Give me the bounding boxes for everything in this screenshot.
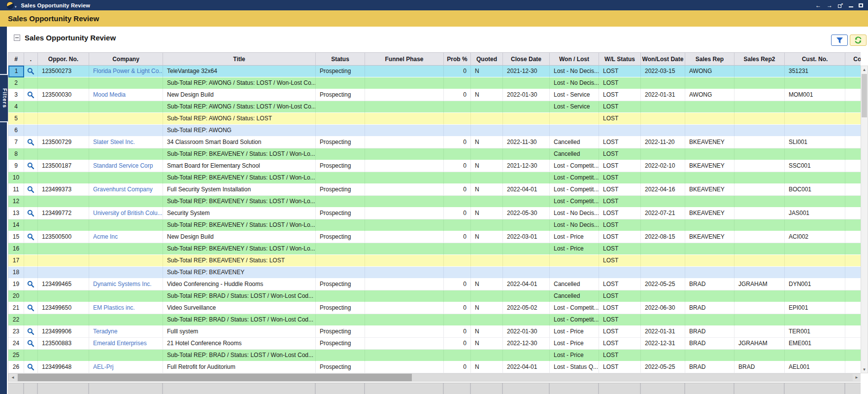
search-icon[interactable]: [27, 281, 34, 288]
subtotal-row[interactable]: 2Sub-Total REP: AWONG / Status: LOST / W…: [8, 77, 861, 89]
search-icon[interactable]: [27, 186, 34, 193]
horizontal-scrollbar[interactable]: ◄ ►: [8, 373, 861, 382]
table-row[interactable]: 1123500273Florida Power & Light Co...Tel…: [8, 66, 861, 77]
cell-company: [89, 267, 163, 279]
logo-menu-chevron-icon[interactable]: ▾: [15, 5, 17, 9]
subtotal-row[interactable]: 20Sub-Total REP: BRAD / Status: LOST / W…: [8, 290, 861, 302]
company-link[interactable]: Florida Power & Light Co...: [93, 68, 163, 74]
scroll-up-icon[interactable]: ▲: [861, 66, 868, 73]
search-icon[interactable]: [27, 139, 34, 146]
column-header-won-lost[interactable]: Won / Lost: [550, 52, 599, 66]
search-icon[interactable]: [27, 363, 34, 371]
column-header-sales-rep[interactable]: Sales Rep: [685, 52, 734, 66]
column-header-num[interactable]: #: [8, 52, 24, 66]
search-icon[interactable]: [27, 328, 34, 335]
company-link[interactable]: EM Plastics inc.: [93, 304, 135, 311]
subtotal-row[interactable]: 16Sub-Total REP: BKEAVENEY / Status: LOS…: [8, 243, 861, 255]
forward-icon[interactable]: →: [827, 2, 833, 8]
company-link[interactable]: Acme Inc: [93, 233, 118, 240]
cell-search: [24, 66, 38, 77]
maximize-icon[interactable]: [859, 3, 863, 7]
subtotal-row[interactable]: 12Sub-Total REP: BKEAVENEY / Status: LOS…: [8, 196, 861, 208]
table-row[interactable]: 13123499772University of British Colu...…: [8, 208, 861, 219]
table-row[interactable]: 24123500883Emerald Enterprises21 Hotel C…: [8, 338, 861, 350]
search-icon[interactable]: [27, 210, 34, 217]
subtotal-row[interactable]: 4Sub-Total REP: AWONG / Status: LOST / W…: [8, 101, 861, 113]
company-link[interactable]: Slater Steel Inc.: [93, 139, 135, 145]
table-row[interactable]: 19123499465Dynamic Systems Inc.Video Con…: [8, 279, 861, 290]
collapse-icon[interactable]: [14, 35, 20, 41]
horizontal-scroll-thumb[interactable]: [18, 374, 412, 381]
popout-icon[interactable]: ↗: [838, 2, 843, 8]
cell-cust-no: [785, 243, 845, 255]
subtotal-row[interactable]: 25Sub-Total REP: BRAD / Status: LOST / W…: [8, 350, 861, 361]
cell-title: Sub-Total REP: BKEAVENEY / Status: LOST: [163, 255, 316, 267]
company-link[interactable]: Emerald Enterprises: [93, 340, 147, 347]
cell-close-date: [503, 148, 550, 160]
cell-num: 8: [8, 148, 24, 160]
subtotal-row[interactable]: 22Sub-Total REP: BRAD / Status: LOST / W…: [8, 314, 861, 326]
company-link[interactable]: Mood Media: [93, 91, 126, 98]
subtotal-row[interactable]: 14Sub-Total REP: BKEAVENEY / Status: LOS…: [8, 219, 861, 231]
table-row[interactable]: 11123499373Gravenhurst CompanyFull Secur…: [8, 184, 861, 196]
column-header-search[interactable]: .: [24, 52, 38, 66]
subtotal-row[interactable]: 6Sub-Total REP: AWONG: [8, 125, 861, 137]
subtotal-row[interactable]: 18Sub-Total REP: BKEAVENEY: [8, 267, 861, 279]
company-link[interactable]: Gravenhurst Company: [93, 186, 153, 193]
column-header-company[interactable]: Company: [89, 52, 163, 66]
table-row[interactable]: 15123500500Acme IncNew Design BuildProsp…: [8, 231, 861, 243]
subtotal-row[interactable]: 8Sub-Total REP: BKEAVENEY / Status: LOST…: [8, 148, 861, 160]
refresh-button[interactable]: [850, 35, 867, 46]
company-link[interactable]: AEL-Prj: [93, 363, 113, 370]
column-header-oppor-no[interactable]: Oppor. No.: [38, 52, 89, 66]
column-header-quoted[interactable]: Quoted: [471, 52, 503, 66]
search-icon[interactable]: [27, 91, 34, 99]
column-header-prob[interactable]: Prob %: [444, 52, 471, 66]
subtotal-row[interactable]: 10Sub-Total REP: BKEAVENEY / Status: LOS…: [8, 172, 861, 184]
cell-won-lost: Lost - No Decis...: [550, 66, 599, 77]
table-row[interactable]: 3123500030Mood MediaNew Design BuildPros…: [8, 89, 861, 101]
column-header-sales-rep2[interactable]: Sales Rep2: [734, 52, 785, 66]
search-icon[interactable]: [27, 340, 34, 347]
column-header-cust-no[interactable]: Cust. No.: [785, 52, 845, 66]
table-row[interactable]: 7123500729Slater Steel Inc.34 Classroom …: [8, 137, 861, 148]
subtotal-row[interactable]: 17Sub-Total REP: BKEAVENEY / Status: LOS…: [8, 255, 861, 267]
column-header-close-date[interactable]: Close Date: [503, 52, 550, 66]
search-icon[interactable]: [27, 304, 34, 312]
vertical-scroll-thumb[interactable]: [862, 74, 867, 117]
footer-cell: [8, 383, 24, 394]
cell-wl-status: LOST: [599, 219, 641, 231]
vertical-scrollbar[interactable]: ▲ ▼: [861, 66, 868, 373]
cell-status: Prospecting: [316, 89, 365, 101]
search-icon[interactable]: [27, 233, 34, 241]
search-icon[interactable]: [27, 68, 34, 75]
footer-cell: [471, 383, 503, 394]
company-link[interactable]: Dynamic Systems Inc.: [93, 281, 152, 287]
company-link[interactable]: Teradyne: [93, 328, 117, 335]
back-icon[interactable]: ←: [815, 2, 821, 8]
cell-company: AEL-Prj: [89, 361, 163, 373]
cell-won-lost: Lost - Status Q...: [550, 361, 599, 373]
scroll-right-icon[interactable]: ►: [853, 374, 861, 381]
minimize-icon[interactable]: [849, 6, 853, 7]
company-link[interactable]: University of British Colu...: [93, 210, 163, 216]
column-header-wl-status[interactable]: W/L Status: [599, 52, 641, 66]
column-header-title[interactable]: Title: [163, 52, 316, 66]
filter-button[interactable]: [831, 35, 848, 46]
company-link[interactable]: Standard Service Corp: [93, 162, 153, 169]
column-header-status[interactable]: Status: [316, 52, 365, 66]
table-row[interactable]: 21123499650EM Plastics inc.Video Surveil…: [8, 302, 861, 314]
cell-won-lost: Lost - Competit...: [550, 160, 599, 172]
column-header-funnel-phase[interactable]: Funnel Phase: [365, 52, 444, 66]
column-header-cont[interactable]: Cont: [845, 52, 861, 66]
scroll-left-icon[interactable]: ◄: [9, 374, 17, 381]
column-header-won-lost-date[interactable]: Won/Lost Date: [641, 52, 685, 66]
search-icon[interactable]: [27, 162, 34, 170]
scroll-down-icon[interactable]: ▼: [861, 366, 868, 373]
horizontal-scroll-track[interactable]: [17, 374, 853, 381]
cell-title: Sub-Total REP: BRAD / Status: LOST / Won…: [163, 314, 316, 326]
table-row[interactable]: 23123499906TeradyneFulll systemProspecti…: [8, 326, 861, 338]
table-row[interactable]: 9123500187Standard Service CorpSmart Boa…: [8, 160, 861, 172]
table-row[interactable]: 26123499648AEL-PrjFull Retrofit for Audi…: [8, 361, 861, 373]
subtotal-row[interactable]: 5Sub-Total REP: AWONG / Status: LOSTLOST: [8, 113, 861, 125]
